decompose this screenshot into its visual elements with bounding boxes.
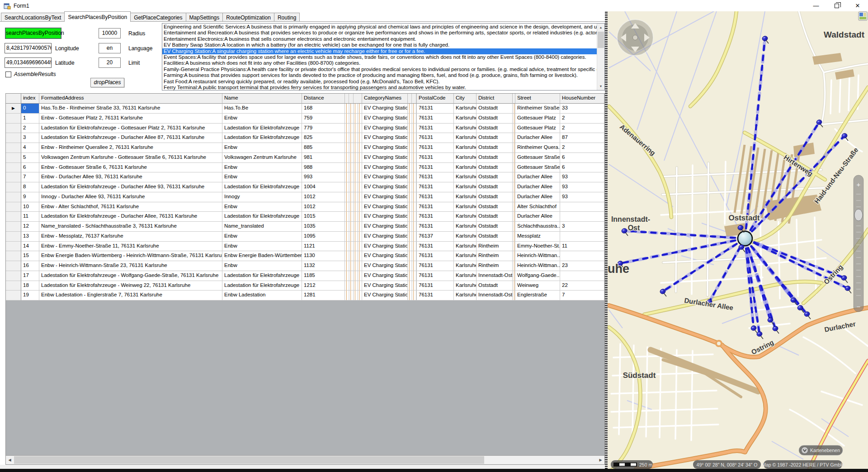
cell-housenumber[interactable] bbox=[560, 271, 604, 281]
cell-categorynames[interactable]: EV Charging Station bbox=[362, 271, 408, 281]
cell-district[interactable]: Rintheim bbox=[476, 251, 513, 261]
cell-categorynames[interactable]: EV Charging Station bbox=[362, 261, 408, 271]
cell-distance[interactable]: 1095 bbox=[302, 232, 345, 242]
cell-name[interactable]: Enbw bbox=[222, 261, 302, 271]
cell-categorynames[interactable]: EV Charging Station bbox=[362, 163, 408, 173]
column-header-distance[interactable]: Distance bbox=[302, 94, 345, 104]
scroll-down-icon[interactable]: ▼ bbox=[597, 82, 604, 90]
drop-places-button[interactable]: dropPlaces bbox=[90, 78, 124, 87]
table-row[interactable]: 17Ladestation für Elektrofahrzeuge - Wol… bbox=[6, 271, 604, 281]
cell-index[interactable]: 7 bbox=[21, 172, 39, 182]
table-row[interactable]: 18Ladestation für Elektrofahrzeuge - Wei… bbox=[6, 281, 604, 291]
cell-distance[interactable]: 1281 bbox=[302, 291, 345, 300]
cell-name[interactable]: Enbw bbox=[222, 163, 302, 173]
cell-housenumber[interactable]: 7 bbox=[560, 291, 604, 300]
cell-name[interactable]: Ladestation für Elektrofahrzeuge bbox=[222, 133, 302, 143]
cell-city[interactable]: Karlsruhe bbox=[454, 124, 476, 133]
cell-district[interactable]: Oststadt bbox=[476, 212, 513, 222]
cell-narrow[interactable] bbox=[345, 281, 362, 291]
row-selector[interactable] bbox=[6, 163, 21, 173]
cell-narrow[interactable] bbox=[345, 261, 362, 271]
kartenebenen-button[interactable]: Kartenebenen bbox=[799, 445, 843, 455]
title-bar[interactable]: Form1 — ✕ bbox=[0, 0, 868, 11]
table-row[interactable]: 9Innogy - Durlacher Allee 93, 76131 Karl… bbox=[6, 192, 604, 202]
cell-narrow[interactable] bbox=[345, 202, 362, 212]
cell-distance[interactable]: 779 bbox=[302, 124, 345, 133]
cell-distance[interactable]: 1012 bbox=[302, 202, 345, 212]
cell-formattedaddress[interactable]: Ladestation für Elektrofahrzeuge - Wolfg… bbox=[39, 271, 222, 281]
cell-street[interactable]: Gottesauer Straße bbox=[515, 153, 560, 163]
cell-housenumber[interactable] bbox=[560, 251, 604, 261]
scroll-right-icon[interactable]: ▶ bbox=[597, 456, 604, 464]
cell-formattedaddress[interactable]: Enbw - Rintheimer Querallee 2, 76131 Kar… bbox=[39, 143, 222, 153]
cell-postalcode[interactable]: 76131 bbox=[417, 251, 454, 261]
cell-narrow[interactable] bbox=[345, 232, 362, 242]
cell-categorynames[interactable]: EV Charging Station bbox=[362, 143, 408, 153]
cell-narrow[interactable] bbox=[345, 133, 362, 143]
cell-name[interactable]: Innogy bbox=[222, 192, 302, 202]
minimize-button[interactable]: — bbox=[806, 0, 826, 11]
cell-district[interactable]: Innenstadt-Ost bbox=[476, 271, 513, 281]
cell-narrow[interactable] bbox=[345, 212, 362, 222]
cell-index[interactable]: 11 bbox=[21, 212, 39, 222]
cell-narrow[interactable] bbox=[408, 222, 417, 232]
row-selector[interactable] bbox=[6, 232, 21, 242]
cell-city[interactable]: Karlsruhe bbox=[454, 251, 476, 261]
cell-index[interactable]: 9 bbox=[21, 192, 39, 202]
cell-categorynames[interactable]: EV Charging Station bbox=[362, 291, 408, 300]
cell-district[interactable]: Oststadt bbox=[476, 153, 513, 163]
category-list-item[interactable]: Engineering and Scientific Services:A bu… bbox=[162, 24, 597, 30]
column-header-categorynames[interactable]: CategoryNames bbox=[362, 94, 408, 104]
cell-postalcode[interactable]: 76131 bbox=[417, 143, 454, 153]
table-row[interactable]: 7Enbw - Durlacher Allee 93, 76131 Karlsr… bbox=[6, 172, 604, 182]
row-selector[interactable] bbox=[6, 202, 21, 212]
cell-narrow[interactable] bbox=[408, 182, 417, 192]
cell-narrow[interactable] bbox=[345, 143, 362, 153]
language-field[interactable]: en bbox=[99, 43, 121, 53]
cell-postalcode[interactable]: 76131 bbox=[417, 114, 454, 124]
cell-name[interactable]: Has.To.Be bbox=[222, 104, 302, 114]
cell-index[interactable]: 18 bbox=[21, 281, 39, 291]
cell-housenumber[interactable]: 93 bbox=[560, 192, 604, 202]
cell-housenumber[interactable]: 87 bbox=[560, 133, 604, 143]
cell-city[interactable]: Karlsruhe bbox=[454, 212, 476, 222]
cell-housenumber[interactable]: 2 bbox=[560, 114, 604, 124]
cell-formattedaddress[interactable]: Enbw - Gottesauer Straße 6, 76131 Karlsr… bbox=[39, 163, 222, 173]
grid-horizontal-scrollbar[interactable]: ◀ ▶ bbox=[6, 455, 604, 464]
cell-postalcode[interactable]: 76131 bbox=[417, 271, 454, 281]
cell-distance[interactable]: 885 bbox=[302, 143, 345, 153]
cell-categorynames[interactable]: EV Charging Station bbox=[362, 281, 408, 291]
row-selector[interactable] bbox=[6, 114, 21, 124]
cell-name[interactable]: Enbw bbox=[222, 143, 302, 153]
assemble-results-checkbox[interactable] bbox=[5, 72, 11, 77]
cell-street[interactable]: Durlacher Allee bbox=[515, 172, 560, 182]
cell-narrow[interactable] bbox=[408, 242, 417, 252]
column-header-narrow[interactable] bbox=[408, 94, 417, 104]
category-list-item[interactable]: Event Spaces:A facility that provides sp… bbox=[162, 54, 597, 60]
cell-narrow[interactable] bbox=[345, 222, 362, 232]
cell-postalcode[interactable]: 76131 bbox=[417, 222, 454, 232]
cell-name[interactable]: Enbw bbox=[222, 114, 302, 124]
close-button[interactable]: ✕ bbox=[847, 0, 868, 11]
layers-icon[interactable] bbox=[859, 12, 867, 20]
cell-housenumber[interactable] bbox=[560, 202, 604, 212]
cell-district[interactable]: Rintheim bbox=[476, 261, 513, 271]
zoom-slider-thumb[interactable] bbox=[854, 209, 863, 221]
cell-district[interactable]: Oststadt bbox=[476, 232, 513, 242]
category-list-item[interactable]: Farming:A business that provides support… bbox=[162, 72, 597, 78]
cell-name[interactable]: Ladestation für Elektrofahrzeuge bbox=[222, 281, 302, 291]
cell-categorynames[interactable]: EV Charging Station bbox=[362, 182, 408, 192]
cell-city[interactable]: Karlsruhe bbox=[454, 172, 476, 182]
cell-district[interactable]: Oststadt bbox=[476, 281, 513, 291]
cell-index[interactable]: 17 bbox=[21, 271, 39, 281]
cell-housenumber[interactable]: 11 bbox=[560, 242, 604, 252]
cell-housenumber[interactable]: 93 bbox=[560, 182, 604, 192]
cell-formattedaddress[interactable]: Enbw Ladestation - Englerstraße 7, 76131… bbox=[39, 291, 222, 300]
cell-district[interactable]: Oststadt bbox=[476, 133, 513, 143]
row-selector[interactable] bbox=[6, 124, 21, 133]
radius-field[interactable]: 10000 bbox=[99, 28, 121, 38]
cell-housenumber[interactable]: 2 bbox=[560, 143, 604, 153]
cell-postalcode[interactable]: 76131 bbox=[417, 192, 454, 202]
cell-formattedaddress[interactable]: Ladestation für Elektrofahrzeuge - Durla… bbox=[39, 212, 222, 222]
longitude-field[interactable]: 8,42817974090576 bbox=[5, 43, 52, 53]
